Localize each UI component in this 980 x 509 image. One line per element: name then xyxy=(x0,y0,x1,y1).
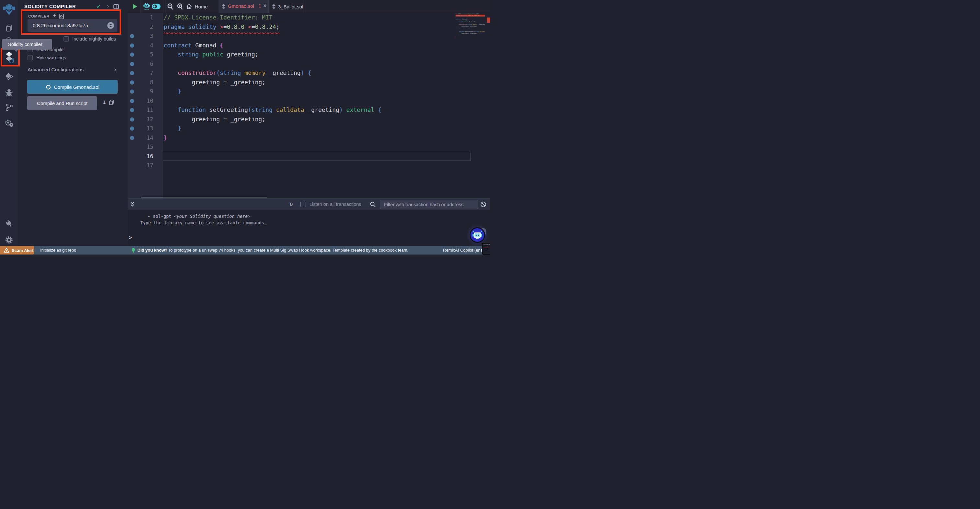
code-line-7[interactable]: 7 constructor(string memory _greeting) { xyxy=(128,69,485,78)
copilot-toggle-icon[interactable] xyxy=(151,0,161,13)
solidity-compiler-icon[interactable] xyxy=(0,50,18,64)
compiler-version-select[interactable]: 0.8.26+commit.8a97fa7a xyxy=(27,19,117,32)
minimap-line xyxy=(456,41,485,43)
remix-logo[interactable] xyxy=(0,3,18,17)
git-icon[interactable] xyxy=(0,100,18,115)
info-icon[interactable]: i xyxy=(102,99,107,105)
scam-alert-label: Scam Alert xyxy=(12,248,33,253)
gutter-dot-icon[interactable] xyxy=(130,80,134,85)
code-line-1[interactable]: 1// SPDX-License-Identifier: MIT xyxy=(128,13,485,22)
warning-icon xyxy=(3,248,10,253)
tab-ballot[interactable]: 3_Ballot.sol xyxy=(272,0,303,13)
code-text: greeting = _greeting; xyxy=(164,78,266,87)
code-text: function setGreeting(string calldata _gr… xyxy=(164,105,382,115)
solidity-compiler-panel: SOLIDITY COMPILER ✓ › COMPILER + 0.8.26+… xyxy=(19,0,128,246)
listen-all-transactions-label: Listen on all transactions xyxy=(310,202,361,207)
gutter-dot-icon[interactable] xyxy=(130,62,134,66)
line-number: 13 xyxy=(137,124,153,133)
chevron-right-icon[interactable]: › xyxy=(107,3,109,10)
deploy-run-icon[interactable] xyxy=(0,69,18,84)
panel-title: SOLIDITY COMPILER xyxy=(24,3,76,9)
gutter-dot-icon[interactable] xyxy=(130,99,134,103)
refresh-icon xyxy=(45,84,51,90)
remix-logo-icon xyxy=(3,3,16,17)
transaction-count: 0 xyxy=(283,201,293,207)
code-line-9[interactable]: 9 } xyxy=(128,87,485,96)
plugin-manager-icon[interactable] xyxy=(0,217,18,231)
code-line-8[interactable]: 8 greeting = _greeting; xyxy=(128,78,485,87)
tab-gmonad-label: Gmonad.sol xyxy=(228,3,254,9)
split-panel-icon[interactable] xyxy=(113,4,119,10)
gutter-dot-icon[interactable] xyxy=(130,71,134,75)
editor-toolbar: Home Gmonad.sol 1 ✕ 3_Ballot.sol xyxy=(128,0,490,13)
tooltip: Solidity compiler xyxy=(2,39,52,49)
transaction-filter-input[interactable] xyxy=(380,200,478,209)
copy-icon[interactable] xyxy=(109,99,114,107)
minimap[interactable]: // SPDX-License-Identifier: MITpragma so… xyxy=(456,13,485,43)
line-number: 7 xyxy=(137,69,153,78)
gutter-dot-icon[interactable] xyxy=(130,108,134,112)
advanced-chevron-icon[interactable]: › xyxy=(115,66,116,73)
line-number: 3 xyxy=(137,32,153,41)
debugger-icon[interactable] xyxy=(0,86,18,100)
code-line-15[interactable]: 15 xyxy=(128,142,485,152)
select-spinner-icon[interactable] xyxy=(107,22,114,29)
icon-rail xyxy=(0,0,18,246)
code-line-11[interactable]: 11 function setGreeting(string calldata … xyxy=(128,105,485,115)
code-line-17[interactable]: 17 xyxy=(128,161,485,170)
code-line-5[interactable]: 5 string public greeting; xyxy=(128,50,485,59)
gutter-dot-icon[interactable] xyxy=(130,136,134,140)
unit-testing-icon[interactable] xyxy=(0,116,18,130)
terminal-resize-handle[interactable] xyxy=(141,197,267,198)
expand-terminal-icon[interactable] xyxy=(130,201,135,209)
tab-error-badge: 1 xyxy=(259,3,261,8)
settings-gear-icon[interactable] xyxy=(0,233,18,247)
tab-gmonad[interactable]: Gmonad.sol 1 ✕ xyxy=(219,0,268,13)
ai-robot-icon[interactable] xyxy=(143,0,150,13)
line-number: 17 xyxy=(137,161,153,170)
clear-console-icon[interactable] xyxy=(480,201,487,209)
gutter-dot-icon[interactable] xyxy=(130,34,134,38)
gutter-dot-icon[interactable] xyxy=(130,53,134,57)
editor: Home Gmonad.sol 1 ✕ 3_Ballot.sol 1// SPD… xyxy=(128,0,490,198)
code-text: } xyxy=(164,124,181,133)
tab-ballot-label: 3_Ballot.sol xyxy=(278,4,303,10)
home-tab-label: Home xyxy=(195,4,208,10)
nightly-builds-row: Include nightly builds xyxy=(64,36,116,41)
git-init-status[interactable]: Initialize as git repo xyxy=(40,248,76,252)
code-line-6[interactable]: 6 xyxy=(128,59,485,69)
file-explorer-icon[interactable] xyxy=(0,21,18,35)
run-script-play-icon[interactable] xyxy=(132,0,137,13)
scam-alert-badge[interactable]: Scam Alert xyxy=(0,246,34,254)
add-compiler-icon[interactable]: + xyxy=(53,12,56,19)
gutter-dot-icon[interactable] xyxy=(130,43,134,48)
tab-home[interactable]: Home xyxy=(186,0,208,13)
code-line-14[interactable]: 14} xyxy=(128,133,485,143)
gutter-dot-icon[interactable] xyxy=(130,117,134,121)
advanced-configurations[interactable]: Advanced Configurations xyxy=(27,67,84,73)
code-line-10[interactable]: 10 xyxy=(128,96,485,106)
code-line-16[interactable]: 16 xyxy=(128,152,485,161)
did-you-know-text: To prototype on a uniswap v4 hooks, you … xyxy=(168,248,408,252)
code-text: constructor(string memory _greeting) { xyxy=(164,69,311,78)
gutter-dot-icon[interactable] xyxy=(130,126,134,131)
compile-run-script-button[interactable]: Compile and Run script xyxy=(27,96,97,110)
nightly-builds-label: Include nightly builds xyxy=(72,36,116,41)
compile-status-check-icon: ✓ xyxy=(97,3,101,10)
ai-assistant-bubble[interactable] xyxy=(469,227,485,243)
code-line-12[interactable]: 12 greeting = _greeting; xyxy=(128,115,485,124)
nightly-builds-checkbox[interactable] xyxy=(64,36,69,41)
tab-close-icon[interactable]: ✕ xyxy=(263,3,267,8)
code-text: string public greeting; xyxy=(164,50,259,59)
listen-all-transactions-checkbox[interactable] xyxy=(301,202,306,207)
code-line-4[interactable]: 4contract Gmonad { xyxy=(128,41,485,50)
terminal-search-icon[interactable] xyxy=(370,201,376,209)
zoom-in-icon[interactable] xyxy=(177,0,183,13)
screen-preview-overlay[interactable]: FILE EXPLORER xyxy=(482,243,490,254)
code-line-13[interactable]: 13 } xyxy=(128,124,485,133)
hide-warnings-checkbox[interactable] xyxy=(27,55,33,60)
gutter-dot-icon[interactable] xyxy=(130,89,134,94)
compile-button[interactable]: Compile Gmonad.sol xyxy=(27,80,118,94)
zoom-out-icon[interactable] xyxy=(167,0,173,13)
terminal-prompt[interactable]: > xyxy=(129,235,132,241)
